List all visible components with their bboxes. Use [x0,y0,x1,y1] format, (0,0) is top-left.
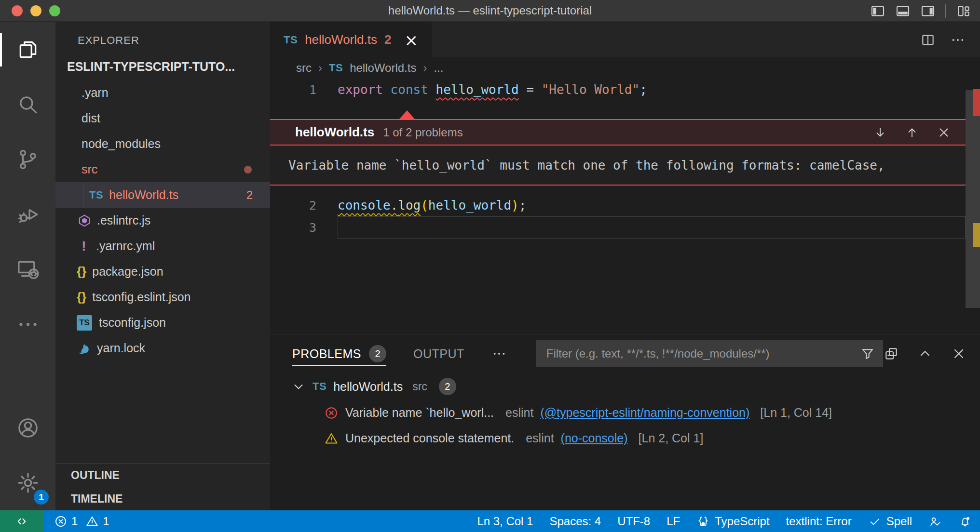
panel-tab-problems[interactable]: PROBLEMS2 [292,334,386,373]
maximize-panel-icon[interactable] [917,346,933,361]
check-icon [868,515,882,528]
code-editor[interactable]: 1export const hello_world = "Hello World… [270,79,980,334]
customize-layout-icon[interactable] [956,3,971,19]
remote-explorer-icon [16,257,40,281]
problem-row-warning[interactable]: Unexpected console statement.eslint(no-c… [270,426,980,451]
status-language-mode[interactable]: TypeScript [688,510,777,532]
line-content[interactable]: export const hello_world = "Hello World"… [338,79,966,101]
status-eol[interactable]: LF [658,510,688,532]
close-panel-icon[interactable] [951,346,966,361]
json-file-icon: {} [77,264,86,279]
line-content[interactable] [338,216,966,239]
panel-tabs: PROBLEMS2OUTPUT [292,334,491,373]
tree-item-node-modules[interactable]: node_modules [55,131,270,157]
activity-item-accounts[interactable] [0,400,55,455]
line-content[interactable]: console.log(hello_world); [338,194,966,216]
breadcrumb-item[interactable]: src [296,61,312,75]
activity-item-remote-explorer[interactable] [0,242,55,297]
bottom-panel: PROBLEMS2OUTPUT TS helloWorld.ts src 2 [270,334,980,510]
tree-item-tsconfig-eslint-json[interactable]: {}tsconfig.eslint.json [55,284,270,310]
remote-indicator[interactable] [0,510,43,532]
tree-item-tsconfig-json[interactable]: TStsconfig.json [55,310,270,335]
breadcrumb-separator-icon: › [423,61,427,75]
code-token: ( [421,198,428,213]
activity-item-source-control[interactable] [0,132,55,187]
activity-item-settings[interactable]: 1 [0,455,55,510]
status-bar-right: Ln 3, Col 1Spaces: 4UTF-8LFTypeScripttex… [469,510,980,532]
tree-item-dist[interactable]: dist [55,106,270,131]
problems-list: Variable name `hello_worl...eslint(@type… [270,400,980,451]
problem-rule-link[interactable]: (no-console) [561,431,628,445]
sidebar-section-timeline[interactable]: TIMELINE [55,487,270,510]
code-token: hello_world [436,82,519,97]
panel-actions [884,346,966,361]
activity-item-search[interactable] [0,77,55,132]
json-file-icon: {} [77,290,86,305]
views-icon[interactable] [884,346,899,361]
tree-item-helloworld-ts[interactable]: TShelloWorld.ts2 [55,182,270,208]
problem-row-error[interactable]: Variable name `hello_worl...eslint(@type… [270,400,980,426]
minimize-window-button[interactable] [30,5,41,16]
close-peek-icon[interactable] [937,125,951,140]
breadcrumb-item[interactable]: ... [434,61,443,75]
peek-message: Variable name `hello_world` must match o… [270,146,966,185]
file-label: .yarn [82,86,109,100]
breadcrumb-item[interactable]: helloWorld.ts [350,61,416,75]
toggle-panel-icon[interactable] [895,3,911,19]
panel-more-tabs-icon[interactable] [491,346,507,361]
panel-tab-badge: 2 [369,345,386,362]
tree-item-yarn-lock[interactable]: yarn.lock [55,335,270,361]
toggle-secondary-sidebar-icon[interactable] [920,3,936,19]
status-notifications[interactable] [950,510,980,532]
status-feedback[interactable] [920,510,950,532]
previous-problem-icon[interactable] [905,125,919,140]
toggle-primary-sidebar-icon[interactable] [870,3,885,19]
problem-rule-link[interactable]: (@typescript-eslint/naming-convention) [540,406,749,420]
code-line-3[interactable]: 3 [270,216,980,239]
activity-item-explorer[interactable] [0,22,55,77]
status-textlint-status[interactable]: textlint: Error [778,510,860,532]
eslint-file-icon [77,213,92,228]
sidebar-section-outline[interactable]: OUTLINE [55,463,270,487]
scrollbar-thumb[interactable] [966,90,980,308]
file-label: node_modules [82,137,161,151]
panel-tab-output[interactable]: OUTPUT [413,334,464,373]
activity-item-run-and-debug[interactable] [0,187,55,242]
problems-status[interactable]: 1 1 [43,510,120,532]
activity-item-more-views[interactable] [0,297,55,352]
feedback-icon [928,515,942,528]
workspace-section-header[interactable]: ESLINT-TYPESCRIPT-TUTO... [55,53,270,80]
status-label: LF [667,515,680,528]
problems-count-badge: 2 [439,378,456,395]
tab-bar: TS helloWorld.ts 2 × [270,22,980,57]
close-window-button[interactable] [12,5,23,16]
peek-file-name: helloWorld.ts [295,125,374,140]
status-encoding[interactable]: UTF-8 [609,510,658,532]
problems-file-group[interactable]: TS helloWorld.ts src 2 [270,373,980,400]
status-spell-checker[interactable]: Spell [860,510,920,532]
editor-more-actions-icon[interactable] [950,32,966,48]
tree-item-src[interactable]: src [55,157,270,182]
file-tree: .yarndistnode_modulessrcTShelloWorld.ts2… [55,80,270,361]
code-line-1[interactable]: 1export const hello_world = "Hello World… [270,79,980,101]
file-label: dist [82,111,100,125]
panel-tab-label: PROBLEMS [292,347,361,361]
tree-item-package-json[interactable]: {}package.json [55,259,270,284]
tree-item--yarnrc-yml[interactable]: !.yarnrc.yml [55,233,270,259]
next-problem-icon[interactable] [873,125,887,140]
tree-item--eslintrc-js[interactable]: .eslintrc.js [55,208,270,233]
status-indentation[interactable]: Spaces: 4 [541,510,609,532]
tab-close-icon[interactable]: × [404,32,418,48]
status-bar: 1 1 Ln 3, Col 1Spaces: 4UTF-8LFTypeScrip… [0,510,980,532]
status-cursor-position[interactable]: Ln 3, Col 1 [469,510,541,532]
tab-helloworld[interactable]: TS helloWorld.ts 2 × [270,22,432,57]
code-token: ; [519,198,527,213]
titlebar-separator [945,4,946,18]
zoom-window-button[interactable] [49,5,60,16]
split-editor-icon[interactable] [920,32,936,48]
code-line-2[interactable]: 2console.log(hello_world); [270,194,980,216]
typescript-file-icon: TS [89,189,103,201]
problems-filter-input[interactable] [545,346,860,361]
tree-item--yarn[interactable]: .yarn [55,80,270,106]
filter-icon[interactable] [860,346,875,361]
